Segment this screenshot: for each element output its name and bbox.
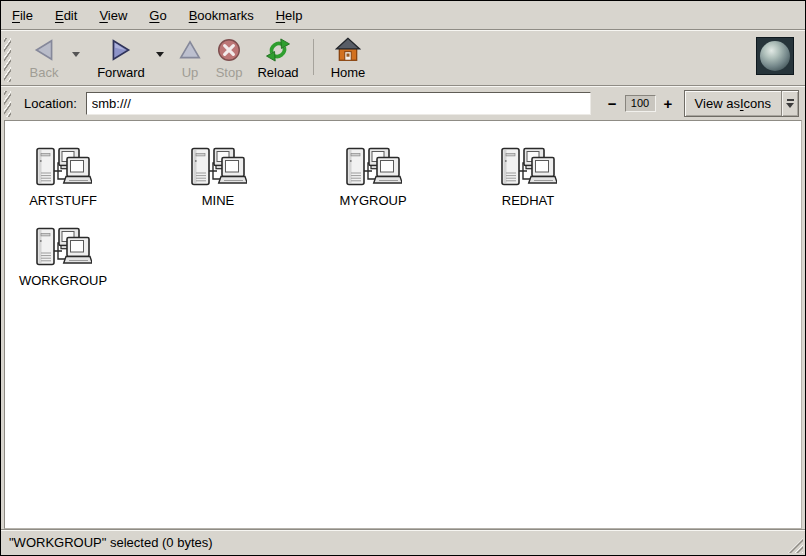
home-button[interactable]: Home	[323, 34, 373, 80]
workgroup-item-mine[interactable]: MINE	[163, 147, 273, 208]
forward-history-dropdown[interactable]	[152, 34, 168, 74]
icon-row: WORKGROUP	[8, 227, 801, 288]
icon-grid: ARTSTUFF MINE MYGROUP REDHAT	[5, 121, 801, 288]
back-label: Back	[30, 66, 59, 80]
throbber-sphere-icon	[760, 41, 790, 71]
forward-label: Forward	[97, 66, 145, 80]
dropdown-indicator-icon	[787, 99, 794, 101]
chevron-down-icon	[156, 52, 164, 57]
workgroup-item-mygroup[interactable]: MYGROUP	[318, 147, 428, 208]
zoom-level-indicator[interactable]: 100	[625, 95, 656, 112]
menu-edit[interactable]: Edit	[44, 3, 88, 28]
content-frame: ARTSTUFF MINE MYGROUP REDHAT	[1, 120, 805, 529]
network-workgroup-icon	[34, 227, 92, 269]
menu-go[interactable]: Go	[138, 3, 177, 28]
view-as-dropdown[interactable]: View as Icons	[684, 90, 799, 117]
zoom-in-button[interactable]: +	[659, 95, 678, 112]
workgroup-item-artstuff[interactable]: ARTSTUFF	[8, 147, 118, 208]
up-button[interactable]: Up	[172, 34, 208, 80]
stop-icon	[216, 37, 242, 63]
throbber	[756, 37, 794, 75]
network-workgroup-icon	[344, 147, 402, 189]
menu-help[interactable]: Help	[265, 3, 314, 28]
workgroup-item-label: WORKGROUP	[19, 273, 107, 288]
dropdown-arrow-button[interactable]	[781, 91, 798, 116]
icon-row: ARTSTUFF MINE MYGROUP REDHAT	[8, 147, 801, 208]
toolbar-grip-handle[interactable]	[4, 38, 11, 82]
resize-grip[interactable]	[788, 538, 803, 553]
home-icon	[335, 37, 361, 63]
chevron-down-icon	[786, 103, 794, 108]
back-button[interactable]: Back	[20, 34, 68, 80]
toolbar-separator	[313, 39, 314, 75]
reload-button[interactable]: Reload	[250, 34, 306, 80]
stop-label: Stop	[216, 66, 243, 80]
workgroup-item-label: MINE	[202, 193, 235, 208]
network-workgroup-icon	[189, 147, 247, 189]
forward-arrow-icon	[108, 37, 134, 63]
file-manager-window: File Edit View Go Bookmarks Help Back Fo…	[0, 0, 806, 556]
view-as-label: View as Icons	[685, 91, 781, 116]
workgroup-item-redhat[interactable]: REDHAT	[473, 147, 583, 208]
location-bar: Location: − 100 + View as Icons	[1, 87, 805, 120]
back-arrow-icon	[31, 37, 57, 63]
location-input[interactable]	[86, 92, 591, 115]
toolbar: Back Forward Up Stop	[1, 31, 805, 85]
up-arrow-icon	[177, 37, 203, 63]
reload-icon	[265, 37, 291, 63]
location-bar-grip-handle[interactable]	[4, 91, 11, 117]
up-label: Up	[182, 66, 199, 80]
menu-file[interactable]: File	[1, 3, 44, 28]
status-text: "WORKGROUP" selected (0 bytes)	[9, 535, 213, 550]
status-bar: "WORKGROUP" selected (0 bytes)	[1, 529, 805, 555]
back-history-dropdown[interactable]	[68, 34, 84, 74]
forward-button[interactable]: Forward	[90, 34, 152, 80]
menu-view[interactable]: View	[88, 3, 138, 28]
workgroup-item-workgroup[interactable]: WORKGROUP	[8, 227, 118, 288]
home-label: Home	[331, 66, 366, 80]
workgroup-item-label: ARTSTUFF	[29, 193, 97, 208]
network-workgroup-icon	[499, 147, 557, 189]
stop-button[interactable]: Stop	[208, 34, 250, 80]
icon-view-canvas[interactable]: ARTSTUFF MINE MYGROUP REDHAT	[4, 120, 802, 529]
location-label: Location:	[24, 96, 77, 111]
reload-label: Reload	[257, 66, 298, 80]
chevron-down-icon	[72, 52, 80, 57]
menu-bar: File Edit View Go Bookmarks Help	[1, 1, 805, 29]
zoom-out-button[interactable]: −	[603, 95, 622, 112]
network-workgroup-icon	[34, 147, 92, 189]
menu-bookmarks[interactable]: Bookmarks	[178, 3, 265, 28]
workgroup-item-label: MYGROUP	[339, 193, 406, 208]
workgroup-item-label: REDHAT	[502, 193, 554, 208]
